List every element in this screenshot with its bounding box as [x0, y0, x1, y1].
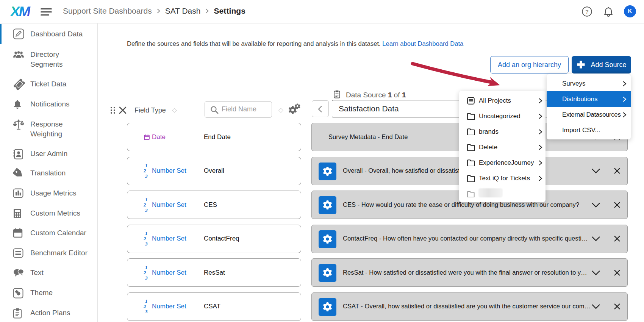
svg-text:1: 1 [145, 230, 148, 236]
svg-text:2: 2 [143, 168, 146, 174]
svg-text:3: 3 [145, 173, 148, 179]
svg-text:2: 2 [143, 236, 146, 241]
svg-text:1: 1 [145, 264, 148, 270]
svg-text:2: 2 [143, 270, 146, 275]
svg-text:3: 3 [145, 275, 148, 281]
svg-text:3: 3 [145, 207, 148, 213]
svg-text:2: 2 [143, 303, 146, 309]
svg-text:3: 3 [145, 309, 148, 314]
svg-text:3: 3 [145, 241, 148, 247]
svg-text:1: 1 [145, 163, 148, 168]
svg-text:1: 1 [145, 197, 148, 202]
svg-text:?: ? [585, 8, 588, 15]
svg-text:2: 2 [143, 202, 146, 208]
svg-text:1: 1 [145, 298, 148, 304]
